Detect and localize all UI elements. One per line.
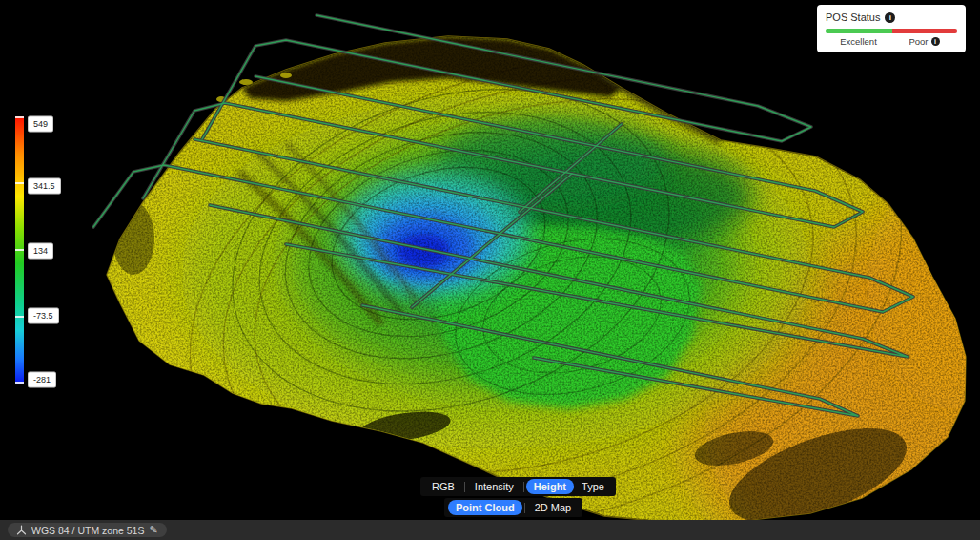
edit-pencil-icon[interactable]: ✎ — [149, 525, 157, 535]
pos-quality-excellent-segment — [826, 29, 892, 33]
colorbar-tick — [15, 182, 24, 184]
colorbar-label-min: -281 — [28, 372, 56, 388]
pos-excellent-label: Excellent — [840, 36, 877, 47]
colorbar-label-max: 549 — [28, 116, 53, 133]
pos-quality-poor-segment — [892, 29, 957, 33]
pos-poor-label: Poor — [909, 36, 928, 47]
color-mode-height[interactable]: Height — [526, 479, 574, 494]
view-mode-point-cloud[interactable]: Point Cloud — [448, 500, 522, 515]
axis-triad-icon — [16, 525, 27, 535]
color-mode-rgb[interactable]: RGB — [424, 479, 462, 494]
colorbar-label: 134 — [28, 243, 53, 260]
color-mode-intensity[interactable]: Intensity — [467, 479, 521, 494]
info-icon[interactable]: i — [885, 12, 895, 23]
height-colorbar: 549 341.5 134 -73.5 -281 — [15, 116, 72, 384]
point-cloud-viewport[interactable] — [0, 0, 980, 540]
colorbar-tick — [15, 316, 24, 318]
status-bar: WGS 84 / UTM zone 51S ✎ — [0, 520, 980, 540]
info-icon[interactable]: i — [931, 37, 940, 46]
pos-quality-bar — [826, 29, 957, 33]
color-mode-control: RGB Intensity Height Type — [420, 477, 616, 496]
colorbar-tick — [15, 382, 24, 384]
view-mode-control: Point Cloud 2D Map — [444, 498, 582, 517]
colorbar-label: 341.5 — [28, 178, 61, 195]
colorbar-tick — [15, 116, 24, 118]
separator — [523, 482, 524, 492]
colorbar-tick — [15, 249, 24, 251]
view-mode-2d-map[interactable]: 2D Map — [527, 500, 580, 515]
app-window: 549 341.5 134 -73.5 -281 POS Status i Ex… — [0, 0, 980, 540]
crs-label: WGS 84 / UTM zone 51S — [31, 525, 144, 536]
pos-status-card: POS Status i Excellent Poor i — [817, 5, 966, 52]
separator — [464, 482, 465, 492]
crs-selector[interactable]: WGS 84 / UTM zone 51S ✎ — [8, 523, 167, 537]
colorbar-label: -73.5 — [28, 308, 59, 324]
separator — [524, 503, 525, 513]
pos-status-title: POS Status — [826, 11, 880, 23]
color-mode-type[interactable]: Type — [574, 479, 612, 494]
